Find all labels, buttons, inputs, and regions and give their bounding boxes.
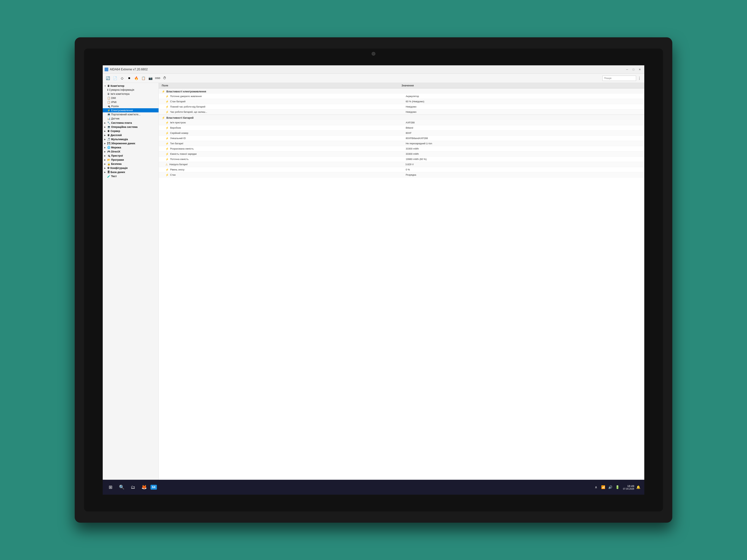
- search-area: ⋮: [602, 76, 642, 81]
- search-button[interactable]: 🔍: [117, 482, 127, 492]
- row-wear-icon: ⚡: [165, 168, 169, 171]
- row-status-icon: ⚡: [165, 174, 169, 177]
- toolbar-menu-button[interactable]: ⋮: [637, 76, 642, 81]
- sidebar-section-os[interactable]: ▶ 💻 Операційна система: [103, 125, 158, 129]
- server-icon: 🖥: [107, 130, 110, 133]
- row-remain-time: ⚡ Час роботи батарей, що залиш... Невідо…: [159, 109, 644, 115]
- sidebar-section-multimedia[interactable]: ▶ 🎵 Мультимедіа: [103, 137, 158, 141]
- sidebar-section-db[interactable]: ▶ 🗄 База даних: [103, 170, 158, 174]
- minimize-button[interactable]: ─: [624, 68, 630, 72]
- tray-battery-icon[interactable]: 🔋: [614, 484, 620, 490]
- clock-display[interactable]: 18:49 07.04.2026: [623, 484, 634, 490]
- search-input[interactable]: [602, 76, 636, 81]
- sidebar-section-test[interactable]: 🧪 Тест: [103, 174, 158, 178]
- copy-button[interactable]: 📋: [140, 75, 147, 81]
- timer-button[interactable]: ⏱: [162, 75, 168, 81]
- row-serial-field: Серійний номер: [170, 132, 406, 134]
- sidebar-section-network[interactable]: ▶ 🌐 Мережа: [103, 145, 158, 149]
- black-button[interactable]: ■: [126, 75, 132, 81]
- sidebar-network-label: Мережа: [111, 146, 121, 149]
- app-64-badge[interactable]: 64: [151, 485, 157, 490]
- screen: AIDA64 Extreme v7.20.6802 ─ □ ✕ 🔄 📄 ◇ ■ …: [103, 65, 644, 495]
- sidebar-item-ipmi-label: IPMI: [111, 101, 117, 104]
- osd-button[interactable]: OSD: [155, 75, 161, 81]
- network-icon: 🌐: [107, 146, 110, 149]
- refresh-button[interactable]: 🔄: [105, 75, 111, 81]
- start-button[interactable]: ⊞: [106, 482, 115, 492]
- taskview-button[interactable]: 🗂: [128, 482, 138, 492]
- row-battery-state-field: Стан батарей: [170, 100, 406, 103]
- sidebar-os-label: Операційна система: [111, 126, 137, 128]
- sidebar-programs-label: Програми: [111, 158, 124, 161]
- report-button[interactable]: 📄: [112, 75, 118, 81]
- sidebar-section-display[interactable]: ▶ 🖥 Дисплей: [103, 133, 158, 137]
- row-status: ⚡ Стан Розрядка: [159, 172, 644, 178]
- sidebar-multimedia-label: Мультимедіа: [111, 138, 128, 141]
- tree-arrow-dx: ▶: [104, 151, 106, 153]
- summary-icon: ℹ: [107, 88, 108, 91]
- row-battery-type-field: Тип батареї: [170, 142, 406, 145]
- notification-icon[interactable]: 🔔: [635, 484, 641, 490]
- ipmi-icon: 📋: [107, 101, 110, 104]
- sidebar-item-summary[interactable]: ℹ Сумарна інформація: [103, 88, 158, 92]
- sidebar-item-dmi-label: DMI: [111, 97, 116, 100]
- start-icon: ⊞: [109, 485, 112, 490]
- row-design-cap-value: 33300 mWh: [406, 147, 642, 150]
- sidebar-display-label: Дисплей: [110, 134, 122, 137]
- laptop-frame: AIDA64 Extreme v7.20.6802 ─ □ ✕ 🔄 📄 ◇ ■ …: [75, 37, 672, 523]
- sidebar-db-label: База даних: [110, 170, 125, 174]
- sidebar-section-server[interactable]: ▶ 🖥 Сервер: [103, 129, 158, 133]
- section-power-icon: ⚡: [162, 90, 165, 93]
- row-manufacturer-field: Виробник: [170, 126, 406, 129]
- section-power-title: Властивості електроживлення: [166, 90, 206, 93]
- row-full-time-icon: ⚡: [165, 105, 169, 108]
- sidebar-config-label: Конфігурація: [110, 166, 128, 169]
- close-button[interactable]: ✕: [637, 68, 642, 72]
- fire-button[interactable]: 🔥: [133, 75, 139, 81]
- tray-volume-icon[interactable]: 🔊: [607, 484, 613, 490]
- panel-header: Поле Значення: [159, 83, 644, 88]
- screen-bezel: AIDA64 Extreme v7.20.6802 ─ □ ✕ 🔄 📄 ◇ ■ …: [84, 49, 663, 511]
- sidebar-section-directx[interactable]: ▶ 🎮 DirectX: [103, 149, 158, 154]
- row-battery-state-value: 60 % (Невідомо): [406, 100, 642, 103]
- tray-network-icon[interactable]: 📶: [600, 484, 606, 490]
- os-icon: 💻: [107, 126, 110, 128]
- row-uid-icon: ⚡: [165, 137, 169, 140]
- browser-button[interactable]: 🦊: [139, 482, 149, 492]
- screenshot-button[interactable]: 📷: [148, 75, 154, 81]
- sidebar-item-ipmi[interactable]: 📋 IPMI: [103, 100, 158, 104]
- sidebar-item-sensor-label: Датчик: [111, 117, 120, 120]
- row-remain-time-icon: ⚡: [165, 110, 169, 113]
- sidebar-item-sensor[interactable]: 📊 Датчик: [103, 116, 158, 121]
- restore-button[interactable]: □: [631, 68, 636, 72]
- sidebar-section-programs[interactable]: ▶ 📂 Програми: [103, 158, 158, 162]
- sidebar-section-devices[interactable]: ▶ 🔌 Пристрої: [103, 154, 158, 158]
- tree-arrow-server: ▶: [104, 130, 106, 132]
- sidebar-section-storage[interactable]: ▶ 💾 Збереження даних: [103, 141, 158, 145]
- sidebar-item-computer-name[interactable]: 🖥 Ім'я комп'ютера: [103, 92, 158, 96]
- sidebar-section-security[interactable]: ▶ 🔒 Безпека: [103, 162, 158, 166]
- sidebar-section-computer[interactable]: ▼ 🖥 Комп'ютер: [103, 84, 158, 88]
- main-content: ▼ 🖥 Комп'ютер ℹ Сумарна інформація 🖥 Ім'…: [103, 83, 644, 480]
- row-device-name-field: Ім'я пристрою: [170, 121, 406, 124]
- sidebar-item-portable[interactable]: 💻 Портативний комп'юте...: [103, 112, 158, 116]
- tray-up-arrow[interactable]: ∧: [593, 484, 599, 490]
- row-design-cap: ⚡ Розрахована ємність 33300 mWh: [159, 146, 644, 151]
- power-icon: ⚡: [107, 109, 110, 112]
- app-icon: [105, 68, 108, 71]
- sidebar-test-label: Тест: [111, 175, 117, 178]
- sidebar-security-label: Безпека: [111, 162, 122, 165]
- computer-icon: 🖥: [107, 84, 110, 87]
- tree-arrow-dev: ▶: [104, 155, 106, 157]
- sidebar-section-config[interactable]: ▶ ⚙ Конфігурація: [103, 166, 158, 170]
- sidebar-server-label: Сервер: [110, 130, 120, 133]
- compname-icon: 🖥: [107, 92, 110, 96]
- sidebar-item-dmi[interactable]: 📋 DMI: [103, 96, 158, 100]
- tree-arrow-cfg: ▶: [104, 167, 106, 169]
- sidebar-section-motherboard[interactable]: ▶ 🔧 Системна плата: [103, 121, 158, 125]
- sidebar-item-pin[interactable]: 🔌 Розпін: [103, 104, 158, 108]
- window-controls: ─ □ ✕: [624, 68, 642, 72]
- sidebar-item-power[interactable]: ⚡ Електроживлення: [103, 108, 158, 112]
- row-remain-time-value: Невідомо: [406, 110, 642, 113]
- diamond-button[interactable]: ◇: [119, 75, 125, 81]
